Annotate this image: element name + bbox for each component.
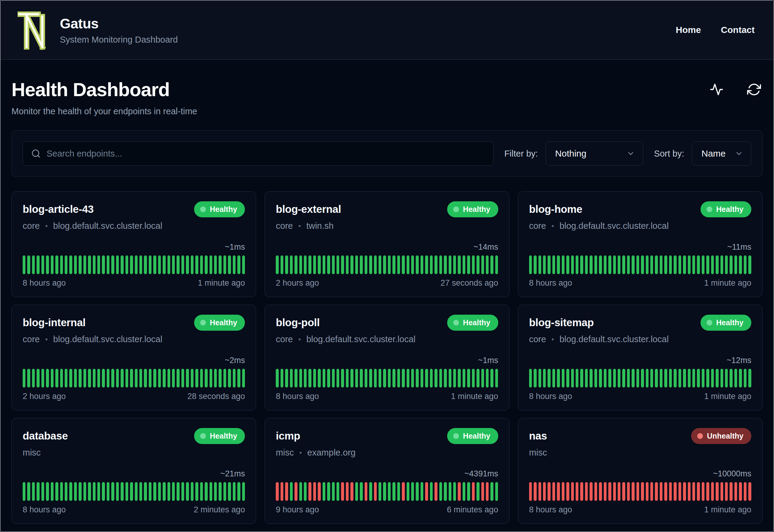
uptime-bar[interactable] — [734, 482, 737, 501]
uptime-bars[interactable] — [276, 482, 498, 501]
uptime-bar[interactable] — [177, 255, 179, 274]
endpoint-card[interactable]: blog-sitemap Healthy core • blog.default… — [518, 305, 763, 410]
uptime-bar[interactable] — [337, 482, 339, 501]
uptime-bar[interactable] — [23, 482, 25, 501]
uptime-bar[interactable] — [664, 369, 667, 388]
uptime-bar[interactable] — [323, 369, 325, 388]
uptime-bar[interactable] — [242, 255, 245, 274]
uptime-bar[interactable] — [725, 482, 728, 501]
uptime-bar[interactable] — [548, 255, 550, 274]
uptime-bar[interactable] — [60, 369, 63, 388]
uptime-bar[interactable] — [350, 369, 353, 388]
uptime-bar[interactable] — [434, 369, 437, 388]
uptime-bar[interactable] — [734, 255, 737, 274]
uptime-bar[interactable] — [669, 482, 672, 501]
uptime-bar[interactable] — [534, 255, 536, 274]
uptime-bar[interactable] — [716, 255, 718, 274]
uptime-bar[interactable] — [200, 482, 203, 501]
uptime-bar[interactable] — [720, 369, 723, 388]
uptime-bar[interactable] — [734, 369, 737, 388]
uptime-bar[interactable] — [608, 255, 611, 274]
uptime-bar[interactable] — [613, 369, 616, 388]
uptime-bar[interactable] — [472, 482, 475, 501]
uptime-bar[interactable] — [697, 369, 700, 388]
uptime-bar[interactable] — [205, 255, 207, 274]
uptime-bar[interactable] — [566, 482, 569, 501]
uptime-bar[interactable] — [608, 369, 611, 388]
uptime-bar[interactable] — [290, 369, 293, 388]
uptime-bar[interactable] — [83, 255, 86, 274]
uptime-bar[interactable] — [622, 369, 625, 388]
uptime-bar[interactable] — [538, 482, 541, 501]
uptime-bar[interactable] — [83, 482, 86, 501]
uptime-bar[interactable] — [37, 369, 39, 388]
uptime-bar[interactable] — [585, 482, 588, 501]
uptime-bar[interactable] — [692, 369, 695, 388]
uptime-bar[interactable] — [641, 482, 644, 501]
uptime-bar[interactable] — [149, 255, 151, 274]
uptime-bar[interactable] — [191, 369, 193, 388]
uptime-bar[interactable] — [163, 482, 165, 501]
uptime-bar[interactable] — [650, 482, 653, 501]
uptime-bar[interactable] — [93, 255, 96, 274]
uptime-bar[interactable] — [69, 482, 72, 501]
uptime-bar[interactable] — [660, 255, 662, 274]
uptime-bar[interactable] — [495, 255, 498, 274]
uptime-bar[interactable] — [458, 255, 460, 274]
uptime-bar[interactable] — [576, 255, 578, 274]
uptime-bar[interactable] — [200, 369, 203, 388]
uptime-bar[interactable] — [369, 255, 372, 274]
uptime-bar[interactable] — [650, 369, 653, 388]
uptime-bar[interactable] — [332, 482, 335, 501]
uptime-bar[interactable] — [205, 369, 207, 388]
uptime-bar[interactable] — [214, 255, 217, 274]
uptime-bar[interactable] — [79, 482, 81, 501]
uptime-bar[interactable] — [163, 255, 165, 274]
uptime-bars[interactable] — [23, 255, 245, 274]
uptime-bars[interactable] — [23, 482, 245, 501]
uptime-bar[interactable] — [688, 482, 691, 501]
uptime-bar[interactable] — [463, 255, 465, 274]
uptime-bar[interactable] — [153, 255, 156, 274]
uptime-bar[interactable] — [562, 255, 564, 274]
uptime-bar[interactable] — [55, 369, 58, 388]
uptime-bar[interactable] — [407, 369, 409, 388]
uptime-bar[interactable] — [365, 369, 367, 388]
uptime-bar[interactable] — [205, 482, 207, 501]
uptime-bar[interactable] — [683, 369, 686, 388]
uptime-bar[interactable] — [281, 369, 283, 388]
uptime-bar[interactable] — [529, 255, 532, 274]
uptime-bar[interactable] — [702, 369, 704, 388]
uptime-bar[interactable] — [177, 369, 179, 388]
uptime-bar[interactable] — [594, 369, 597, 388]
uptime-bar[interactable] — [627, 482, 630, 501]
uptime-bar[interactable] — [543, 482, 546, 501]
uptime-bar[interactable] — [486, 482, 489, 501]
uptime-bar[interactable] — [711, 255, 714, 274]
uptime-bar[interactable] — [69, 255, 72, 274]
uptime-bar[interactable] — [421, 482, 423, 501]
uptime-bar[interactable] — [439, 482, 442, 501]
uptime-bar[interactable] — [434, 482, 437, 501]
uptime-bar[interactable] — [543, 255, 546, 274]
endpoint-card[interactable]: blog-home Healthy core • blog.default.sv… — [518, 191, 763, 297]
uptime-bar[interactable] — [308, 482, 311, 501]
uptime-bar[interactable] — [74, 369, 77, 388]
uptime-bar[interactable] — [41, 369, 44, 388]
uptime-bar[interactable] — [444, 369, 447, 388]
uptime-bar[interactable] — [51, 482, 54, 501]
uptime-bar[interactable] — [158, 369, 161, 388]
refresh-icon[interactable] — [747, 82, 761, 97]
uptime-bar[interactable] — [562, 482, 564, 501]
uptime-bar[interactable] — [467, 369, 470, 388]
uptime-bar[interactable] — [463, 369, 465, 388]
uptime-bar[interactable] — [392, 369, 395, 388]
uptime-bar[interactable] — [383, 482, 386, 501]
uptime-bar[interactable] — [383, 369, 386, 388]
uptime-bar[interactable] — [529, 482, 532, 501]
uptime-bar[interactable] — [346, 369, 349, 388]
uptime-bar[interactable] — [678, 369, 681, 388]
search-input[interactable] — [23, 141, 493, 166]
uptime-bar[interactable] — [65, 369, 67, 388]
uptime-bar[interactable] — [411, 482, 414, 501]
